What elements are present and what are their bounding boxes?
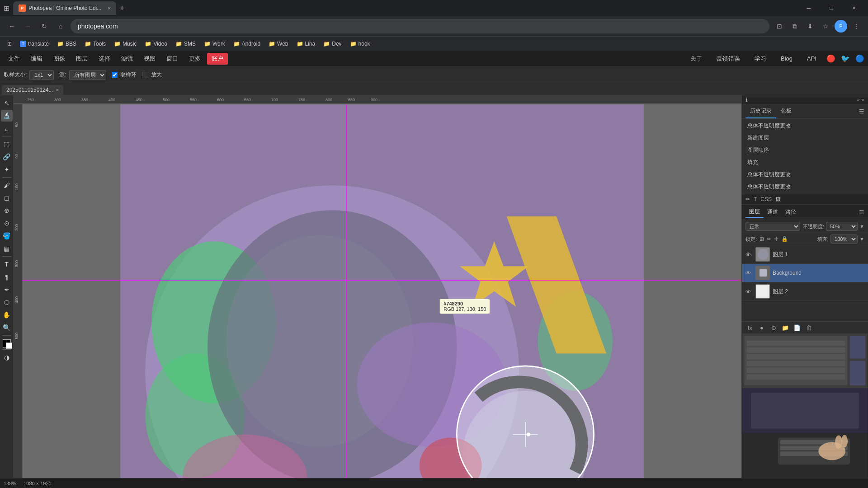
menu-window[interactable]: 窗口 <box>162 53 183 65</box>
bookmark-work[interactable]: 📁 Work <box>200 39 229 49</box>
bookmark-hook[interactable]: 📁 hook <box>346 39 374 49</box>
bookmark-dev[interactable]: 📁 Dev <box>320 39 345 49</box>
menu-edit[interactable]: 编辑 <box>26 53 47 65</box>
layer-edit-icon[interactable]: ✏ <box>745 196 750 202</box>
menu-api[interactable]: API <box>802 53 821 64</box>
sample-ring-checkbox[interactable] <box>112 72 118 78</box>
bookmark-web[interactable]: 📁 Web <box>265 39 292 49</box>
layer-group-button[interactable]: 📁 <box>781 323 790 332</box>
fill-dropdown-icon[interactable]: ▼ <box>859 236 864 242</box>
layer-item-background[interactable]: 👁 Background <box>742 264 868 282</box>
lock-pen-icon[interactable]: ✏ <box>767 236 771 242</box>
history-item-1[interactable]: 总体不透明度更改 <box>742 120 868 132</box>
file-tab-close[interactable]: × <box>56 87 58 93</box>
bookmark-icon[interactable]: ☆ <box>819 20 832 33</box>
bookmark-sms[interactable]: 📁 SMS <box>172 39 199 49</box>
canvas-content[interactable]: #748290 RGB 127, 130, 150 <box>23 104 741 478</box>
bookmark-tools[interactable]: 📁 Tools <box>81 39 109 49</box>
new-tab-button[interactable]: + <box>116 4 128 13</box>
profile-icon[interactable]: P <box>835 20 847 33</box>
layer-item-layer1[interactable]: 👁 图层 1 <box>742 245 868 264</box>
tool-shape[interactable]: ⬡ <box>1 296 13 308</box>
tool-crop[interactable]: ⌞ <box>1 122 13 134</box>
screen-cast-icon[interactable]: ⊡ <box>773 20 786 33</box>
lock-checkerboard-icon[interactable]: ⊞ <box>760 236 764 242</box>
panel-menu-button[interactable]: ☰ <box>859 108 864 115</box>
home-button[interactable]: ⌂ <box>54 20 67 33</box>
layer-panel-menu[interactable]: ☰ <box>859 209 864 216</box>
zoom-color-swatch[interactable] <box>142 72 148 78</box>
layer-image-icon[interactable]: 🖼 <box>775 196 781 202</box>
layer-delete-button[interactable]: 🗑 <box>804 323 813 332</box>
menu-more[interactable]: 更多 <box>184 53 205 65</box>
tool-brush[interactable]: 🖌 <box>1 179 13 191</box>
facebook-icon[interactable]: 🔵 <box>855 54 864 63</box>
menu-select[interactable]: 选择 <box>94 53 115 65</box>
layer-mask-button[interactable]: ● <box>757 323 766 332</box>
layer2-visibility-icon[interactable]: 👁 <box>745 288 753 295</box>
tool-text-vertical[interactable]: ¶ <box>1 271 13 283</box>
history-item-2[interactable]: 新建图层 <box>742 132 868 144</box>
active-tab[interactable]: P Photopea | Online Photo Edi... × <box>13 1 116 15</box>
menu-image[interactable]: 图像 <box>49 53 70 65</box>
more-icon[interactable]: ⋮ <box>850 20 863 33</box>
url-bar[interactable]: photopea.com <box>71 19 769 33</box>
bookmark-video[interactable]: 📁 Video <box>141 39 170 49</box>
tool-quick-mask[interactable]: ◑ <box>1 352 13 363</box>
tab-history[interactable]: 历史记录 <box>745 104 776 118</box>
background-color-swatch[interactable] <box>6 343 12 349</box>
fill-select[interactable]: 100% <box>830 235 858 244</box>
panel-info-icon[interactable]: ℹ <box>745 97 748 103</box>
tool-hand[interactable]: ✋ <box>1 309 13 321</box>
tool-clone[interactable]: ⊕ <box>1 205 13 216</box>
menu-blog[interactable]: Blog <box>776 53 797 64</box>
layer-adjustment-button[interactable]: ⊙ <box>769 323 778 332</box>
file-tab-active[interactable]: 20250110150124... × <box>2 85 63 95</box>
tool-healing[interactable]: ⊙ <box>1 217 13 229</box>
layer1-visibility-icon[interactable]: 👁 <box>745 251 753 258</box>
history-item-3[interactable]: 图层顺序 <box>742 144 868 156</box>
tool-zoom[interactable]: 🔍 <box>1 322 13 333</box>
lock-all-icon[interactable]: 🔒 <box>781 236 788 242</box>
restore-button[interactable]: □ <box>821 1 842 15</box>
menu-about[interactable]: 关于 <box>686 53 707 65</box>
tool-magic-wand[interactable]: ✦ <box>1 164 13 175</box>
minimize-button[interactable]: ─ <box>798 1 819 15</box>
source-select[interactable]: 所有图层 当前图层 <box>69 70 106 80</box>
tab-channels[interactable]: 通道 <box>764 207 782 217</box>
menu-filter[interactable]: 滤镜 <box>117 53 137 65</box>
tool-eraser[interactable]: ◻ <box>1 192 13 204</box>
twitter-icon[interactable]: 🐦 <box>841 54 850 63</box>
panel-collapse-button[interactable]: « <box>857 97 860 103</box>
tool-gradient[interactable]: ▦ <box>1 243 13 254</box>
extensions-icon[interactable]: ⧉ <box>788 20 801 33</box>
tool-marquee[interactable]: ⬚ <box>1 138 13 150</box>
layer-css-icon[interactable]: CSS <box>760 196 772 202</box>
history-item-4[interactable]: 填充 <box>742 156 868 169</box>
layer-fx-button[interactable]: fx <box>745 323 755 332</box>
forward-button[interactable]: → <box>22 20 34 33</box>
tool-move[interactable]: ↖ <box>1 97 13 109</box>
layer-item-layer2[interactable]: 👁 图层 2 <box>742 282 868 301</box>
tool-eyedropper[interactable]: 🔬 <box>1 110 13 122</box>
bookmark-translate[interactable]: T translate <box>16 39 52 49</box>
sample-size-select[interactable]: 1x1 3x3 5x5 <box>29 70 54 80</box>
history-item-6[interactable]: 总体不透明度更改 <box>742 181 868 193</box>
bookmark-android[interactable]: 📁 Android <box>230 39 264 49</box>
close-button[interactable]: × <box>844 1 864 15</box>
blend-mode-select[interactable]: 正常 溶解 正片叠底 <box>745 222 800 231</box>
bookmark-bbs[interactable]: 📁 BBS <box>53 39 80 49</box>
menu-account[interactable]: 账户 <box>207 53 228 65</box>
tool-lasso[interactable]: 🔗 <box>1 151 13 163</box>
reload-button[interactable]: ↻ <box>38 20 51 33</box>
bookmark-lina[interactable]: 📁 Lina <box>293 39 319 49</box>
tab-close-button[interactable]: × <box>108 5 110 11</box>
bookmark-apps[interactable]: ⊞ <box>4 39 15 49</box>
reddit-icon[interactable]: 🔴 <box>826 54 835 63</box>
tool-pen[interactable]: ✒ <box>1 284 13 296</box>
back-button[interactable]: ← <box>5 20 18 33</box>
menu-feedback[interactable]: 反馈错误 <box>712 53 745 65</box>
tool-text[interactable]: T <box>1 258 13 270</box>
download-icon[interactable]: ⬇ <box>804 20 816 33</box>
bookmark-music[interactable]: 📁 Music <box>110 39 140 49</box>
